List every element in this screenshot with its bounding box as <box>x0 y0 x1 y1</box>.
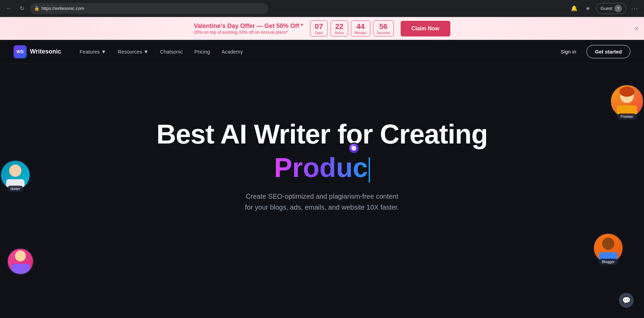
countdown-minutes: 44 Minutes <box>351 20 370 36</box>
days-number: 07 <box>315 22 323 31</box>
countdown-block: 07 Days 22 Hours 44 Minutes 56 Seconds <box>310 20 394 36</box>
avatar-label-marketer: rketer <box>7 186 23 192</box>
avatar-bottom-left <box>7 248 34 275</box>
nav-resources[interactable]: Resources ▼ <box>113 46 154 57</box>
countdown-hours: 22 Hours <box>331 20 348 36</box>
bookmark-icon[interactable]: ★ <box>582 3 593 14</box>
navbar: WS Writesonic Features ▼ Resources ▼ Cha… <box>0 40 644 64</box>
guest-button[interactable]: Guest ? <box>596 3 626 14</box>
svg-rect-8 <box>11 264 30 274</box>
chevron-down-icon: ▼ <box>101 49 106 55</box>
logo[interactable]: WS Writesonic <box>14 45 61 58</box>
claim-now-button[interactable]: Claim Now <box>401 21 450 36</box>
days-label: Days <box>315 31 323 35</box>
countdown-seconds: 56 Seconds <box>373 20 394 36</box>
nav-features[interactable]: Features ▼ <box>75 46 111 57</box>
valentine-banner: Valentine's Day Offer — Get 50% Off * 20… <box>0 17 644 40</box>
logo-text: Writesonic <box>30 48 61 55</box>
nav-academy[interactable]: Academy <box>217 46 248 57</box>
person-illustration-2 <box>613 87 641 117</box>
person-illustration-4 <box>10 248 32 274</box>
banner-main-text: Valentine's Day Offer — Get 50% Off * <box>194 22 303 30</box>
chatsonic-orb-icon <box>348 142 360 154</box>
svg-point-0 <box>9 165 21 177</box>
person-illustration <box>3 162 27 190</box>
avatar-label-blogger: Blogger <box>598 259 618 265</box>
browser-chrome: ← ↻ 🔒 https://writesonic.com 🔔 ★ Guest ?… <box>0 0 644 17</box>
sign-in-button[interactable]: Sign in <box>556 46 581 57</box>
logo-icon: WS <box>14 45 27 58</box>
address-bar[interactable]: 🔒 https://writesonic.com <box>30 3 268 14</box>
avatar-right-bottom: Blogger <box>593 233 624 265</box>
minutes-label: Minutes <box>355 31 367 35</box>
hero-section: rketer Freelan Blogger <box>0 64 644 275</box>
avatar-label-freelancer: Freelan <box>617 113 637 120</box>
guest-label: Guest <box>600 6 612 11</box>
svg-point-7 <box>15 251 26 261</box>
nav-items: Features ▼ Resources ▼ Chatsonic Pricing… <box>75 46 556 57</box>
avatar-right-top: Freelan <box>610 84 644 120</box>
back-button[interactable]: ← <box>4 4 14 13</box>
nav-chatsonic[interactable]: Chatsonic <box>155 46 188 57</box>
nav-pricing[interactable]: Pricing <box>190 46 215 57</box>
hero-subtitle: Create SEO-optimized and plagiarism-free… <box>245 191 399 213</box>
url-text: https://writesonic.com <box>42 6 84 11</box>
avatar-left: rketer <box>0 160 31 192</box>
more-menu-button[interactable]: ⋯ <box>629 4 640 13</box>
nav-right: Sign in Get started <box>556 45 630 58</box>
banner-sub-text: 20% on top of existing 33% off on Annual… <box>194 30 303 35</box>
hero-title-line2: Produc <box>274 153 370 183</box>
svg-point-5 <box>602 238 614 250</box>
lock-icon: 🔒 <box>34 6 39 11</box>
banner-close-button[interactable]: × <box>634 25 639 32</box>
hours-number: 22 <box>335 22 343 31</box>
svg-point-4 <box>619 87 634 97</box>
hero-title-line1: Best AI Writer for Creating <box>156 119 487 149</box>
person-illustration-3 <box>596 235 620 262</box>
browser-right-icons: 🔔 ★ Guest ? ⋯ <box>569 3 640 14</box>
reload-button[interactable]: ↻ <box>17 4 27 13</box>
notification-icon[interactable]: 🔔 <box>569 3 580 14</box>
hours-label: Hours <box>335 31 344 35</box>
hero-title-line2-wrapper: Produc <box>274 153 370 191</box>
avatar: ? <box>614 5 622 12</box>
countdown-days: 07 Days <box>310 20 328 36</box>
chevron-down-icon: ▼ <box>143 49 148 55</box>
get-started-button[interactable]: Get started <box>586 45 630 58</box>
minutes-number: 44 <box>356 22 365 31</box>
seconds-label: Seconds <box>377 31 390 35</box>
banner-text: Valentine's Day Offer — Get 50% Off * 20… <box>194 22 303 35</box>
seconds-number: 56 <box>379 22 387 31</box>
cursor-blink <box>369 157 370 183</box>
